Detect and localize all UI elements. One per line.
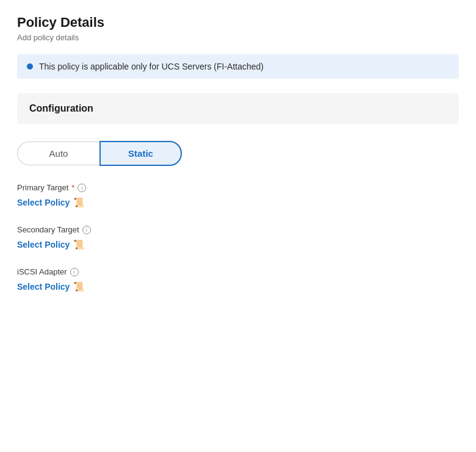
toggle-static-button[interactable]: Static [99, 141, 182, 166]
iscsi-adapter-field: iSCSI Adapter i Select Policy 📜 [17, 267, 459, 292]
secondary-target-info-icon: i [82, 226, 91, 234]
iscsi-adapter-label: iSCSI Adapter i [17, 267, 459, 276]
primary-target-label: Primary Target * i [17, 183, 459, 192]
page-title: Policy Details [17, 15, 459, 30]
configuration-title: Configuration [29, 103, 93, 113]
info-banner-text: This policy is applicable only for UCS S… [39, 62, 264, 71]
iscsi-adapter-policy-icon: 📜 [73, 281, 85, 292]
secondary-target-field: Secondary Target i Select Policy 📜 [17, 225, 459, 250]
iscsi-adapter-label-text: iSCSI Adapter [17, 267, 67, 276]
page-subtitle: Add policy details [17, 33, 459, 42]
primary-target-policy-icon: 📜 [73, 197, 85, 208]
primary-target-label-text: Primary Target [17, 183, 68, 192]
info-banner: This policy is applicable only for UCS S… [17, 54, 459, 79]
toggle-auto-button[interactable]: Auto [17, 142, 99, 165]
secondary-target-label: Secondary Target i [17, 225, 459, 234]
iscsi-adapter-info-icon: i [70, 268, 79, 276]
iscsi-adapter-link-text: Select Policy [17, 282, 70, 292]
secondary-target-select-link[interactable]: Select Policy 📜 [17, 239, 459, 250]
primary-target-field: Primary Target * i Select Policy 📜 [17, 183, 459, 208]
configuration-section: Configuration [17, 93, 459, 124]
secondary-target-policy-icon: 📜 [73, 239, 85, 250]
primary-target-select-link[interactable]: Select Policy 📜 [17, 197, 459, 208]
primary-target-info-icon: i [78, 184, 86, 192]
primary-target-link-text: Select Policy [17, 198, 70, 207]
toggle-group: Auto Static [17, 141, 459, 166]
secondary-target-label-text: Secondary Target [17, 225, 79, 234]
info-dot-icon [27, 63, 33, 70]
iscsi-adapter-select-link[interactable]: Select Policy 📜 [17, 281, 459, 292]
primary-target-required-star: * [71, 183, 74, 192]
secondary-target-link-text: Select Policy [17, 240, 70, 249]
